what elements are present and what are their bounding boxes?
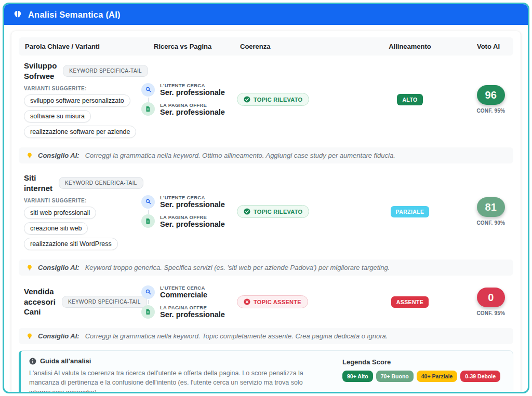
variant-chip[interactable]: siti web professionali [24,207,96,219]
variant-chip[interactable]: software su misura [24,110,91,122]
search-vs-page-cell: L'UTENTE CERCA Ser. professionale LA PAG… [141,83,236,116]
keyword-text: Sviluppo Sofrwee [24,61,57,81]
page-icon [141,305,155,319]
keyword-text: Siti internet [24,173,52,193]
legend-pill-debole: 0-39 Debole [460,371,500,382]
search-icon [141,285,155,299]
page-offer-label: LA PAGINA OFFRE [160,214,225,220]
check-circle-icon [244,96,250,103]
coherence-cell: TOPIC ASSENTE [236,295,363,308]
page-offer-value: Ser. professionale [160,310,225,319]
legend-title: Legenda Score [342,358,504,366]
analysis-card: Parola Chiave / Varianti Ricerca vs Pagi… [11,31,521,393]
x-circle-icon [244,298,250,305]
confidence-text: CONF. 95% [476,310,505,316]
variants-list: siti web professionali creazione siti we… [24,207,118,250]
connector-line [148,300,149,304]
variant-chip[interactable]: realizzazione siti WordPress [24,238,118,250]
panel-header: Analisi Semantica (AI) [4,4,528,25]
guide-title: Guida all'analisi [40,357,91,365]
brain-icon [12,9,23,20]
score-cell: 96 CONF. 95% [457,85,513,114]
alignment-cell: ASSENTE [363,296,457,308]
col-header-coherence: Coerenza [236,43,363,50]
page-offer-label: LA PAGINA OFFRE [160,102,225,108]
alignment-badge: PARZIALE [391,206,430,217]
search-icon [141,83,155,97]
advice-row: Consiglio AI: Correggi la grammatica nel… [19,328,513,344]
table-row: Vendida accesori Cani KEYWORD SPECIFICA-… [19,280,513,324]
keyword-type-badge: KEYWORD SPECIFICA-TAIL [63,65,148,77]
topic-status-text: TOPIC RILEVATO [254,97,302,103]
variant-chip[interactable]: sviluppo software personalizzato [24,94,130,107]
advice-label: Consiglio AI: [38,152,79,159]
col-header-score: Voto AI [457,43,513,50]
user-search-label: L'UTENTE CERCA [160,195,225,200]
panel-content: Parola Chiave / Varianti Ricerca vs Pagi… [4,25,528,393]
advice-row: Consiglio AI: Keyword troppo generica. S… [19,260,513,276]
keyword-cell: Vendida accesori Cani KEYWORD SPECIFICA-… [19,286,141,317]
connector-line [148,210,149,214]
outer-card: Analisi Semantica (AI) Parola Chiave / V… [3,3,529,393]
advice-text: Correggi la grammatica nella keyword. Ot… [85,152,395,159]
legend-pill-alto: 90+ Alto [342,371,373,382]
ai-score-pill: 81 [477,197,505,217]
topic-status-text: TOPIC RILEVATO [254,209,302,215]
topic-status-text: TOPIC ASSENTE [254,299,301,305]
search-icon [141,195,155,209]
ai-score-pill: 0 [477,288,505,307]
table-header-row: Parola Chiave / Varianti Ricerca vs Pagi… [19,37,513,56]
col-header-search-vs-page: Ricerca vs Pagina [141,43,236,50]
advice-label: Consiglio AI: [38,332,79,340]
advice-text: Correggi la grammatica nella keyword. To… [85,332,388,340]
topic-status-pill: TOPIC RILEVATO [237,205,309,218]
panel-title: Analisi Semantica (AI) [28,10,121,20]
table-row: Sviluppo Sofrwee KEYWORD SPECIFICA-TAIL … [19,56,513,143]
user-search-value: Ser. professionale [160,88,225,97]
page-offer-value: Ser. professionale [160,108,225,117]
alignment-cell: ALTO [363,94,457,105]
variants-label: VARIANTI SUGGERITE: [24,198,87,203]
analysis-guide-box: Guida all'analisi L'analisi AI valuta la… [19,350,513,393]
variant-chip[interactable]: creazione siti web [24,222,88,235]
keyword-type-badge: KEYWORD GENERICA-TAIL [59,177,143,189]
semantic-analysis-panel: Analisi Semantica (AI) Parola Chiave / V… [0,0,532,396]
page-offer-label: LA PAGINA OFFRE [160,305,225,310]
lightbulb-icon [26,152,33,159]
score-cell: 0 CONF. 95% [457,288,513,316]
search-vs-page-cell: L'UTENTE CERCA Commerciale LA PAGINA OFF… [141,285,236,319]
guide-body-text: L'analisi AI valuta la coerenza tra rice… [29,368,330,393]
variants-label: VARIANTI SUGGERITE: [24,86,87,91]
user-search-label: L'UTENTE CERCA [160,285,207,291]
keyword-cell: Siti internet KEYWORD GENERICA-TAIL VARI… [19,173,141,250]
page-offer-value: Ser. professionale [160,220,225,229]
score-legend: Legenda Score 90+ Alto 70+ Buono 40+ Par… [342,357,504,393]
page-icon [141,214,155,228]
coherence-cell: TOPIC RILEVATO [236,93,363,106]
topic-status-pill: TOPIC ASSENTE [237,295,308,308]
score-cell: 81 CONF. 90% [457,197,513,226]
advice-label: Consiglio AI: [38,264,79,271]
user-search-value: Commerciale [160,291,207,299]
ai-score-pill: 96 [477,85,505,105]
variants-list: sviluppo software personalizzato softwar… [24,94,136,138]
advice-row: Consiglio AI: Correggi la grammatica nel… [19,147,513,163]
connector-line [148,98,149,102]
confidence-text: CONF. 90% [476,220,505,226]
confidence-text: CONF. 95% [476,108,505,114]
keyword-text: Vendida accesori Cani [24,286,56,317]
col-header-alignment: Allineamento [363,43,457,50]
alignment-badge: ASSENTE [391,296,429,308]
variant-chip[interactable]: realizzazione software per aziende [24,126,136,138]
topic-status-pill: TOPIC RILEVATO [237,93,309,106]
page-icon [141,102,155,116]
search-vs-page-cell: L'UTENTE CERCA Ser. professionale LA PAG… [141,195,236,228]
legend-pill-parziale: 40+ Parziale [417,371,457,382]
keyword-cell: Sviluppo Sofrwee KEYWORD SPECIFICA-TAIL … [19,61,141,138]
col-header-keyword: Parola Chiave / Varianti [19,43,141,50]
table-row: Siti internet KEYWORD GENERICA-TAIL VARI… [19,168,513,255]
keyword-type-badge: KEYWORD SPECIFICA-TAIL [62,296,147,308]
advice-text: Keyword troppo generica. Specifica servi… [85,264,390,271]
coherence-cell: TOPIC RILEVATO [236,205,363,218]
legend-pill-buono: 70+ Buono [376,371,414,382]
